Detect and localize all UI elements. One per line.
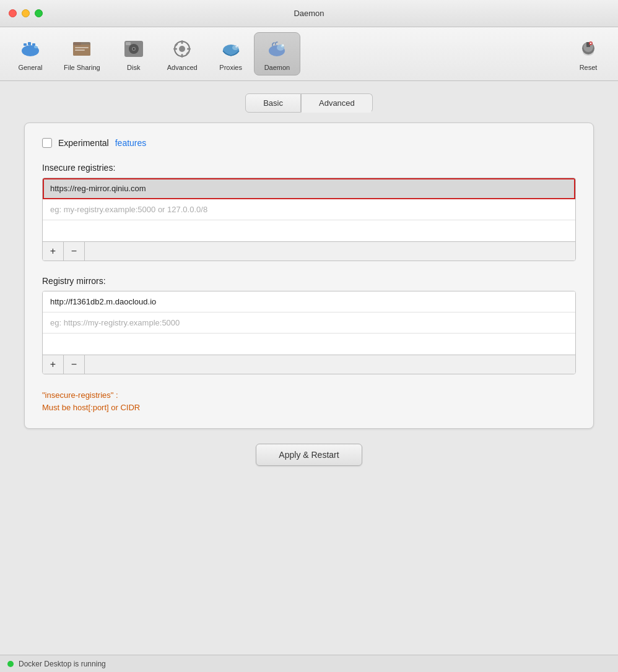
svg-rect-20: [173, 48, 177, 50]
apply-row: Apply & Restart: [256, 444, 362, 466]
proxies-label: Proxies: [219, 64, 242, 71]
insecure-registries-label: Insecure registries:: [42, 163, 576, 173]
toolbar-item-file-sharing[interactable]: File Sharing: [53, 32, 111, 75]
controls-spacer: [85, 242, 575, 261]
traffic-lights: [9, 9, 43, 17]
file-sharing-label: File Sharing: [64, 64, 100, 71]
daemon-panel: Experimental features Insecure registrie…: [24, 123, 594, 429]
toolbar-item-general[interactable]: General: [7, 32, 53, 75]
insecure-registries-list: https://reg-mirror.qiniu.com eg: my-regi…: [42, 178, 576, 261]
disk-icon: [121, 37, 146, 61]
svg-point-27: [237, 45, 238, 46]
svg-point-31: [282, 45, 284, 46]
svg-point-5: [37, 45, 38, 46]
registry-mirror-placeholder: eg: https://my-registry.example:5000: [43, 312, 575, 334]
error-line-1: "insecure-registries" :: [42, 389, 576, 402]
registry-mirror-empty: [43, 334, 575, 355]
registry-mirror-item-0[interactable]: http://f1361db2.m.daocloud.io: [43, 291, 575, 312]
mirrors-remove-button[interactable]: −: [64, 355, 85, 374]
experimental-row: Experimental features: [42, 138, 576, 148]
advanced-label: Advanced: [167, 64, 198, 71]
insecure-registries-controls: + −: [43, 241, 575, 261]
toolbar-item-advanced[interactable]: Advanced: [157, 32, 208, 75]
insecure-add-button[interactable]: +: [43, 242, 64, 261]
toolbar-item-disk[interactable]: Disk: [111, 32, 157, 75]
svg-point-14: [133, 48, 134, 50]
file-sharing-icon: [69, 37, 94, 61]
svg-rect-21: [187, 48, 191, 50]
mirrors-controls-spacer: [85, 355, 575, 374]
reset-icon: [576, 37, 601, 61]
reset-button[interactable]: Reset: [566, 33, 611, 75]
advanced-icon: [170, 37, 194, 61]
maximize-button[interactable]: [35, 9, 43, 17]
features-link[interactable]: features: [115, 138, 147, 148]
mirrors-add-button[interactable]: +: [43, 355, 64, 374]
svg-rect-19: [181, 54, 183, 58]
svg-point-17: [179, 46, 185, 52]
svg-rect-8: [73, 42, 81, 45]
svg-rect-15: [126, 42, 131, 45]
general-icon: [18, 37, 43, 61]
svg-rect-2: [28, 42, 31, 45]
experimental-label: Experimental: [58, 138, 109, 148]
minimize-button[interactable]: [22, 9, 30, 17]
registry-mirrors-section: Registry mirrors: http://f1361db2.m.daoc…: [42, 276, 576, 374]
insecure-registries-section: Insecure registries: https://reg-mirror.…: [42, 163, 576, 261]
error-message: "insecure-registries" : Must be host[:po…: [42, 389, 576, 413]
status-text: Docker Desktop is running: [19, 660, 106, 668]
toolbar: General File Sharing Disk: [0, 27, 618, 81]
disk-label: Disk: [127, 64, 140, 71]
tab-bar: Basic Advanced: [245, 93, 373, 113]
registry-mirrors-list: http://f1361db2.m.daocloud.io eg: https:…: [42, 291, 576, 374]
insecure-registry-empty: [43, 220, 575, 241]
toolbar-item-proxies[interactable]: Proxies: [208, 32, 254, 75]
insecure-registry-placeholder: eg: my-registry.example:5000 or 127.0.0.…: [43, 199, 575, 220]
daemon-icon: [264, 37, 289, 61]
error-line-2: Must be host[:port] or CIDR: [42, 402, 576, 414]
status-dot: [7, 661, 14, 667]
reset-label: Reset: [580, 64, 598, 71]
svg-rect-10: [75, 50, 85, 51]
main-content: Basic Advanced Experimental features Ins…: [0, 81, 618, 655]
svg-rect-1: [24, 43, 27, 46]
insecure-remove-button[interactable]: −: [64, 242, 85, 261]
general-label: General: [18, 64, 42, 71]
svg-rect-9: [75, 47, 89, 48]
experimental-checkbox[interactable]: [42, 138, 52, 148]
registry-mirrors-label: Registry mirrors:: [42, 276, 576, 286]
apply-restart-button[interactable]: Apply & Restart: [256, 444, 362, 466]
close-button[interactable]: [9, 9, 17, 17]
tab-advanced[interactable]: Advanced: [301, 93, 373, 113]
title-bar: Daemon: [0, 0, 618, 27]
window-title: Daemon: [294, 9, 324, 18]
insecure-registry-item-0[interactable]: https://reg-mirror.qiniu.com: [43, 178, 575, 199]
registry-mirrors-controls: + −: [43, 355, 575, 374]
proxies-icon: [219, 37, 243, 61]
status-bar: Docker Desktop is running: [0, 655, 618, 672]
svg-rect-18: [181, 40, 183, 44]
tab-basic[interactable]: Basic: [245, 93, 301, 113]
daemon-label: Daemon: [264, 64, 290, 71]
toolbar-item-daemon[interactable]: Daemon: [254, 32, 301, 75]
svg-rect-3: [32, 43, 35, 46]
